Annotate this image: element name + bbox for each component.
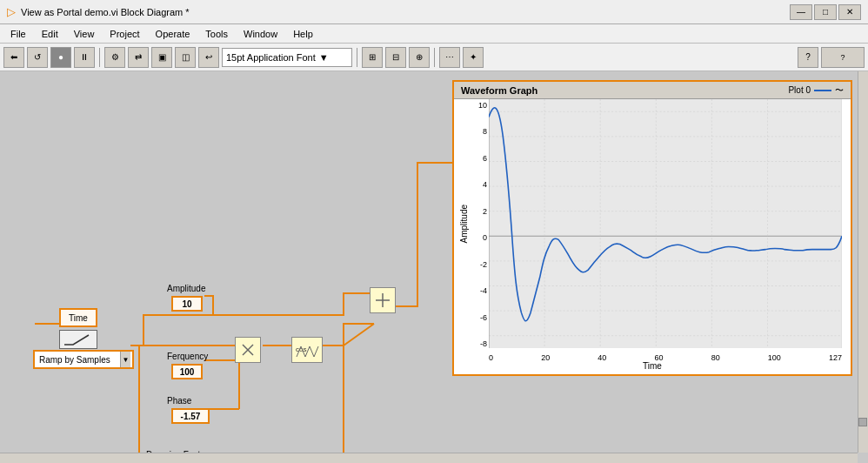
phase-value[interactable]: -1.57 bbox=[171, 408, 210, 424]
toolbar-sep-3 bbox=[434, 48, 435, 67]
font-dropdown[interactable]: 15pt Application Font ▼ bbox=[222, 48, 352, 67]
menu-item-project[interactable]: Project bbox=[103, 27, 146, 41]
svg-line-4 bbox=[344, 324, 374, 346]
ramp-dropdown-arrow[interactable]: ▼ bbox=[120, 352, 130, 367]
phase-label: Phase bbox=[167, 396, 191, 406]
toolbar-btn-align[interactable]: ⊞ bbox=[362, 47, 383, 68]
menu-item-window[interactable]: Window bbox=[237, 27, 284, 41]
menu-item-tools[interactable]: Tools bbox=[198, 27, 235, 41]
y-axis-label: Amplitude bbox=[456, 99, 471, 348]
toolbar-btn-ctrl[interactable]: ✦ bbox=[463, 47, 484, 68]
time-control[interactable]: Time bbox=[59, 308, 97, 327]
toolbar-btn-clean[interactable]: ⋯ bbox=[439, 47, 460, 68]
minimize-button[interactable]: — bbox=[790, 4, 812, 20]
close-button[interactable]: ✕ bbox=[838, 4, 861, 20]
waveform-svg bbox=[489, 99, 842, 348]
app-icon: ▷ bbox=[7, 5, 16, 18]
amplitude-value[interactable]: 10 bbox=[171, 296, 203, 312]
maximize-button[interactable]: □ bbox=[814, 4, 837, 20]
graph-area bbox=[489, 99, 842, 348]
vertical-scrollbar[interactable] bbox=[858, 71, 868, 453]
toolbar-btn-6[interactable]: ◫ bbox=[175, 47, 196, 68]
toolbar-btn-4[interactable]: ⇄ bbox=[128, 47, 149, 68]
waveform-title-bar: Waveform Graph Plot 0 〜 bbox=[454, 82, 851, 99]
context-help[interactable]: ? bbox=[821, 47, 865, 68]
amplitude-label: Amplitude bbox=[167, 284, 205, 293]
y-axis-ticks: 10 8 6 4 2 0 -2 -4 -6 -8 bbox=[471, 101, 487, 348]
window-controls: — □ ✕ bbox=[790, 4, 861, 20]
vscroll-thumb[interactable] bbox=[858, 418, 867, 426]
toolbar-btn-run[interactable]: ● bbox=[50, 47, 71, 68]
help-button[interactable]: ? bbox=[798, 47, 818, 68]
diagram-canvas: Time Ramp by Samples ▼ Amplitude 10 Ferq… bbox=[0, 71, 868, 463]
menu-item-file[interactable]: File bbox=[3, 27, 33, 41]
toolbar-btn-7[interactable]: ↩ bbox=[198, 47, 219, 68]
ramp-dropdown-value: Ramp by Samples bbox=[37, 355, 120, 365]
toolbar-btn-3[interactable]: ⚙ bbox=[104, 47, 125, 68]
window-title: View as Portal demo.vi Block Diagram * bbox=[21, 7, 190, 17]
waveform-title: Waveform Graph bbox=[461, 85, 537, 96]
menu-item-help[interactable]: Help bbox=[286, 27, 320, 41]
multiply-block bbox=[235, 337, 261, 363]
toolbar-btn-2[interactable]: ↺ bbox=[27, 47, 48, 68]
waveform-graph-panel: Waveform Graph Plot 0 〜 Amplitude 10 8 6… bbox=[452, 80, 852, 376]
cos-block: cos bbox=[291, 337, 323, 363]
toolbar-btn-dist[interactable]: ⊟ bbox=[385, 47, 406, 68]
font-dropdown-arrow: ▼ bbox=[319, 52, 329, 63]
toolbar-btn-pause[interactable]: ⏸ bbox=[74, 47, 95, 68]
frequency-label: Ferquency bbox=[167, 352, 208, 361]
toolbar-btn-1[interactable]: ⬅ bbox=[3, 47, 24, 68]
title-bar: ▷ View as Portal demo.vi Block Diagram *… bbox=[0, 0, 868, 24]
toolbar-btn-resize[interactable]: ⊕ bbox=[409, 47, 430, 68]
toolbar-sep-1 bbox=[99, 48, 100, 67]
frequency-value[interactable]: 100 bbox=[171, 364, 203, 379]
toolbar-sep-2 bbox=[357, 48, 357, 67]
font-label: 15pt Application Font bbox=[226, 52, 316, 63]
menu-item-operate[interactable]: Operate bbox=[149, 27, 197, 41]
plot-legend-line bbox=[814, 90, 831, 91]
plot-legend: Plot 0 〜 bbox=[788, 84, 844, 97]
menu-item-edit[interactable]: Edit bbox=[35, 27, 65, 41]
toolbar: ⬅ ↺ ● ⏸ ⚙ ⇄ ▣ ◫ ↩ 15pt Application Font … bbox=[0, 44, 868, 71]
menu-item-view[interactable]: View bbox=[67, 27, 102, 41]
plot-legend-wave: 〜 bbox=[835, 84, 844, 97]
combine-block bbox=[370, 287, 396, 313]
ramp-dropdown[interactable]: Ramp by Samples ▼ bbox=[33, 350, 134, 369]
x-axis-label: Time bbox=[643, 361, 662, 371]
horizontal-scrollbar[interactable] bbox=[0, 453, 858, 463]
ramp-icon bbox=[59, 330, 97, 349]
plot-label: Plot 0 bbox=[788, 85, 811, 95]
toolbar-btn-5[interactable]: ▣ bbox=[151, 47, 172, 68]
x-axis-ticks: 0 20 40 60 80 100 127 bbox=[489, 353, 842, 371]
menu-bar: FileEditViewProjectOperateToolsWindowHel… bbox=[0, 24, 868, 44]
